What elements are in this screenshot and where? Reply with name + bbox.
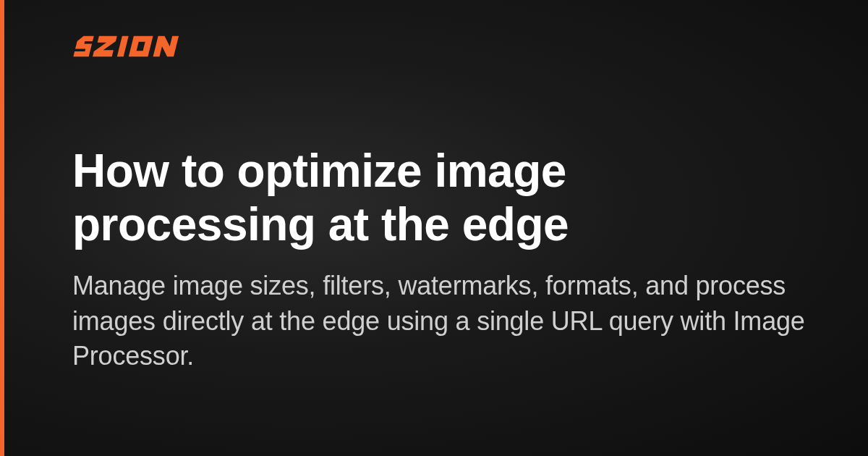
accent-bar — [0, 0, 4, 456]
page-title: How to optimize image processing at the … — [72, 145, 810, 251]
svg-rect-0 — [117, 36, 129, 56]
main-content: How to optimize image processing at the … — [72, 145, 810, 374]
brand-logo — [72, 35, 201, 58]
page-description: Manage image sizes, filters, watermarks,… — [72, 269, 810, 374]
